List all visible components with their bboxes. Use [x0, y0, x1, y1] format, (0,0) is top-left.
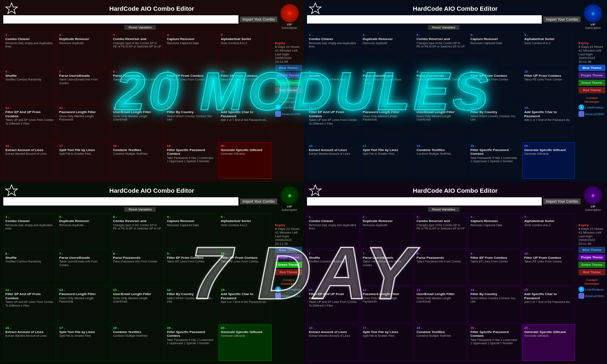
import-input-top-left[interactable] — [3, 15, 238, 24]
theme-green-btn-tr[interactable]: Green Theme — [578, 80, 605, 86]
module-card-1-panel-1[interactable]: 1 -Combo CleanerRemoves bad, empty and d… — [307, 31, 359, 67]
module-card-6-panel-2[interactable]: 6 -ShuffleShuffles Combos Randomly — [3, 250, 56, 286]
module-card-16-panel-3[interactable]: 16 -Extract Amount of LinesExtract Wante… — [307, 324, 359, 361]
module-card-3-panel-2[interactable]: 3 -Combo Reverser andChanges type of the… — [111, 213, 164, 249]
import-input-bottom-right[interactable] — [307, 197, 542, 206]
module-card-10-panel-3[interactable]: 10 -Filter UP From CombosTakes PE Lines … — [522, 250, 575, 286]
import-btn-bottom-left[interactable]: Import Your Combo — [240, 199, 277, 204]
telegram-bl[interactable]: ✈ t.me/Kinarux — [275, 286, 302, 292]
module-card-14-panel-0[interactable]: 14 -Filter By CountrySelect Which Countr… — [165, 104, 217, 141]
telegram-tl[interactable]: ✈ t.me/Kinarux — [275, 104, 302, 110]
theme-purple-btn-tl[interactable]: Purple Theme — [275, 72, 302, 78]
module-card-12-panel-1[interactable]: 12 -Password Length FilterGives Only Wan… — [361, 104, 413, 141]
theme-red-btn-tl[interactable]: Red Theme — [275, 87, 302, 93]
module-card-19-panel-2[interactable]: 19 -Filter Specific Password CombosTake … — [165, 324, 217, 361]
theme-green-btn-bl[interactable]: Green Theme — [275, 262, 302, 268]
theme-purple-btn-tr[interactable]: Purple Theme — [578, 72, 605, 78]
discord-tr[interactable]: 🎮 Kinaru#2934 — [578, 111, 605, 117]
module-card-13-panel-1[interactable]: 13 -User/Email Length FilterGives Only W… — [414, 104, 467, 141]
module-card-6-panel-3[interactable]: 6 -ShuffleShuffles Combos Randomly — [307, 250, 359, 286]
module-card-19-panel-3[interactable]: 19 -Filter Specific Password CombosTake … — [468, 324, 521, 361]
module-card-5-panel-0[interactable]: 5 -Alphabetical SorterSorts Combos A to … — [219, 31, 271, 67]
theme-red-btn-br[interactable]: Red Theme — [578, 269, 605, 275]
module-card-9-panel-3[interactable]: 9 -Filter EP From CombosTakes EP Lines F… — [468, 250, 521, 286]
module-card-7-panel-3[interactable]: 7 -Parse Users/EmailsTakes Users/Emails … — [361, 250, 413, 286]
telegram-tr[interactable]: ✈ t.me/Kinarux — [578, 104, 605, 110]
discord-tl[interactable]: 🎮 Kinaru#2934 — [275, 111, 302, 117]
module-card-15-panel-3[interactable]: 15 -Add Specific Char to PasswordAdd 1 o… — [522, 286, 575, 323]
module-card-19-panel-0[interactable]: 19 -Filter Specific Password CombosTake … — [165, 142, 217, 179]
module-card-9-panel-1[interactable]: 9 -Filter EP From CombosTakes EP Lines F… — [468, 68, 521, 104]
module-card-15-panel-2[interactable]: 15 -Add Specific Char to PasswordAdd 1 o… — [219, 286, 271, 323]
module-card-16-panel-0[interactable]: 16 -Extract Amount of LinesExtract Wante… — [3, 142, 56, 179]
import-btn-bottom-right[interactable]: Import Your Combo — [543, 199, 581, 204]
module-card-2-panel-0[interactable]: 2 -Duplicate RemoverRemoves duplicate — [57, 31, 109, 67]
module-card-12-panel-0[interactable]: 12 -Password Length FilterGives Only Wan… — [57, 104, 109, 141]
contact-dev-bl[interactable]: Contact Developer — [275, 278, 302, 286]
module-card-2-panel-2[interactable]: 2 -Duplicate RemoverRemoves duplicate — [57, 213, 109, 249]
module-card-1-panel-3[interactable]: 1 -Combo CleanerRemoves bad, empty and d… — [307, 213, 359, 249]
module-card-3-panel-3[interactable]: 3 -Combo Reverser andChanges type of the… — [414, 213, 467, 249]
module-card-9-panel-2[interactable]: 9 -Filter EP From CombosTakes EP Lines F… — [165, 250, 217, 286]
module-card-14-panel-1[interactable]: 14 -Filter By CountrySelect Which Countr… — [468, 104, 521, 141]
module-card-4-panel-0[interactable]: 4 -Capture RemoverRemoves Captured Data — [165, 31, 217, 67]
module-card-12-panel-2[interactable]: 12 -Password Length FilterGives Only Wan… — [57, 286, 109, 323]
module-card-17-panel-2[interactable]: 17 -Split Text File by LinesSplit File t… — [57, 324, 109, 361]
module-card-1-panel-0[interactable]: 1 -Combo CleanerRemoves bad, empty and d… — [3, 31, 56, 67]
import-btn-top-left[interactable]: Import Your Combo — [240, 17, 277, 22]
theme-green-btn-tl[interactable]: Green Theme — [275, 80, 302, 86]
module-card-7-panel-0[interactable]: 7 -Parse Users/EmailsTakes Users/Emails … — [57, 68, 109, 104]
module-card-11-panel-3[interactable]: 11 -Filter EP And UP From CombosTakes UP… — [307, 286, 359, 323]
module-card-8-panel-0[interactable]: 8 -Parse PasswordsTakes Password Info Fr… — [111, 68, 164, 104]
module-card-18-panel-1[interactable]: 18 -Combine TextfilesCombine Multiple Te… — [414, 142, 467, 179]
module-card-20-panel-2[interactable]: 20 -Generate Specific GiftcardGenerate G… — [219, 324, 271, 361]
module-card-20-panel-1[interactable]: 20 -Generate Specific GiftcardGenerate G… — [522, 142, 575, 179]
module-card-13-panel-3[interactable]: 13 -User/Email Length FilterGives Only W… — [414, 286, 467, 323]
module-card-3-panel-0[interactable]: 3 -Combo Reverser andChanges type of the… — [111, 31, 164, 67]
module-card-7-panel-2[interactable]: 7 -Parse Users/EmailsTakes Users/Emails … — [57, 250, 109, 286]
module-card-9-panel-0[interactable]: 9 -Filter EP From CombosTakes EP Lines F… — [165, 68, 217, 104]
module-card-4-panel-2[interactable]: 4 -Capture RemoverRemoves Captured Data — [165, 213, 217, 249]
module-card-5-panel-1[interactable]: 5 -Alphabetical SorterSorts Combos A to … — [522, 31, 575, 67]
reset-btn-bottom-left[interactable]: Reset Variables — [124, 207, 156, 212]
module-card-7-panel-1[interactable]: 7 -Parse Users/EmailsTakes Users/Emails … — [361, 68, 413, 104]
module-card-14-panel-2[interactable]: 14 -Filter By CountrySelect Which Countr… — [165, 286, 217, 323]
module-card-2-panel-3[interactable]: 2 -Duplicate RemoverRemoves duplicate — [361, 213, 413, 249]
module-card-10-panel-1[interactable]: 10 -Filter UP From CombosTakes PE Lines … — [522, 68, 575, 104]
module-card-20-panel-0[interactable]: 20 -Generate Specific GiftcardGenerate G… — [219, 142, 271, 179]
module-card-3-panel-1[interactable]: 3 -Combo Reverser andChanges type of the… — [414, 31, 467, 67]
module-card-1-panel-2[interactable]: 1 -Combo CleanerRemoves bad, empty and d… — [3, 213, 56, 249]
theme-blue-btn-tr[interactable]: Blue Theme — [578, 65, 605, 71]
module-card-4-panel-1[interactable]: 4 -Capture RemoverRemoves Captured Data — [468, 31, 521, 67]
import-btn-top-right[interactable]: Import Your Combo — [543, 17, 581, 22]
module-card-11-panel-1[interactable]: 11 -Filter EP And UP From CombosTakes UP… — [307, 104, 359, 141]
telegram-br[interactable]: ✈ t.me/Kinarux — [578, 286, 605, 292]
module-card-12-panel-3[interactable]: 12 -Password Length FilterGives Only Wan… — [361, 286, 413, 323]
module-card-16-panel-1[interactable]: 16 -Extract Amount of LinesExtract Wante… — [307, 142, 359, 179]
theme-blue-btn-tl[interactable]: Blue Theme — [275, 65, 302, 71]
module-card-11-panel-2[interactable]: 11 -Filter EP And UP From CombosTakes UP… — [3, 286, 56, 323]
module-card-10-panel-0[interactable]: 10 -Filter UP From CombosTakes PE Lines … — [219, 68, 271, 104]
reset-btn-top-right[interactable]: Reset Variables — [428, 25, 459, 30]
theme-purple-btn-br[interactable]: Purple Theme — [578, 254, 605, 260]
theme-blue-btn-br[interactable]: Blue Theme — [578, 247, 605, 253]
module-card-6-panel-1[interactable]: 6 -ShuffleShuffles Combos Randomly — [307, 68, 359, 104]
module-card-18-panel-2[interactable]: 18 -Combine TextfilesCombine Multiple Te… — [111, 324, 164, 361]
module-card-8-panel-2[interactable]: 8 -Parse PasswordsTakes Password Info Fr… — [111, 250, 164, 286]
theme-red-btn-tr[interactable]: Red Theme — [578, 87, 605, 93]
module-card-20-panel-3[interactable]: 20 -Generate Specific GiftcardGenerate G… — [522, 324, 575, 361]
module-card-17-panel-3[interactable]: 17 -Split Text File by LinesSplit File t… — [361, 324, 413, 361]
reset-btn-bottom-right[interactable]: Reset Variables — [428, 207, 459, 212]
module-card-14-panel-3[interactable]: 14 -Filter By CountrySelect Which Countr… — [468, 286, 521, 323]
module-card-11-panel-0[interactable]: 11 -Filter EP And UP From CombosTakes UP… — [3, 104, 56, 141]
discord-br[interactable]: 🎮 Kinaru#2934 — [578, 293, 605, 299]
module-card-10-panel-2[interactable]: 10 -Filter UP From CombosTakes PE Lines … — [219, 250, 271, 286]
module-card-8-panel-1[interactable]: 8 -Parse PasswordsTakes Password Info Fr… — [414, 68, 467, 104]
module-card-18-panel-3[interactable]: 18 -Combine TextfilesCombine Multiple Te… — [414, 324, 467, 361]
module-card-6-panel-0[interactable]: 6 -ShuffleShuffles Combos Randomly — [3, 68, 56, 104]
module-card-13-panel-2[interactable]: 13 -User/Email Length FilterGives Only W… — [111, 286, 164, 323]
contact-dev-br[interactable]: Contact Developer — [578, 278, 605, 286]
import-input-top-right[interactable] — [307, 15, 542, 24]
module-card-17-panel-1[interactable]: 17 -Split Text File by LinesSplit File t… — [361, 142, 413, 179]
theme-purple-btn-bl[interactable]: Purple Theme — [275, 254, 302, 260]
